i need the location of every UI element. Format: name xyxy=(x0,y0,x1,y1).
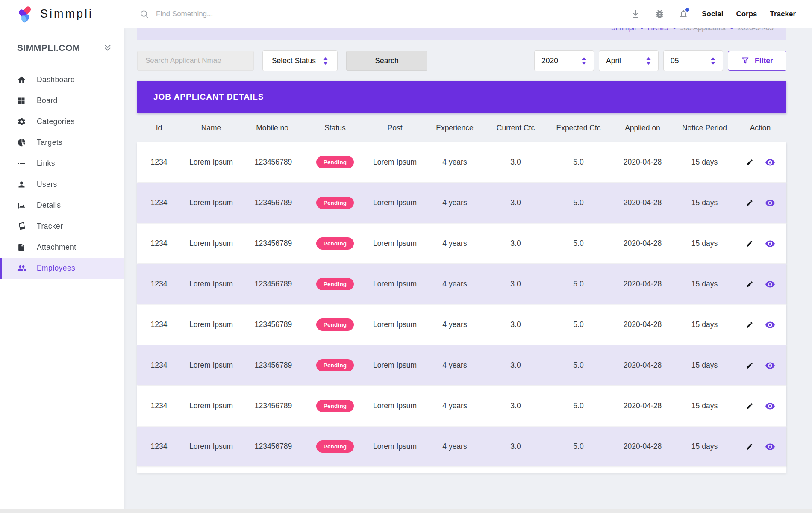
table-body: 1234 Lorem Ipsum 123456789 Pending Lorem… xyxy=(137,142,786,473)
collapse-double-chevron-icon[interactable] xyxy=(103,43,112,53)
status-badge: Pending xyxy=(316,359,354,371)
user-icon xyxy=(17,180,26,189)
pencil-icon xyxy=(746,321,753,329)
cell-current-ctc: 3.0 xyxy=(485,158,547,167)
cell-experience: 4 years xyxy=(425,198,485,207)
cell-id: 1234 xyxy=(137,320,181,329)
cell-mobile: 123456789 xyxy=(241,320,305,329)
year-select[interactable]: 2020 xyxy=(534,50,594,71)
cell-current-ctc: 3.0 xyxy=(485,320,547,329)
nav-link-social[interactable]: Social xyxy=(702,10,723,18)
cell-status: Pending xyxy=(305,440,365,453)
bug-icon[interactable] xyxy=(654,9,665,20)
eye-icon xyxy=(765,279,775,289)
day-select[interactable]: 05 xyxy=(663,50,723,71)
cell-applied-on: 2020-04-28 xyxy=(610,401,675,410)
cell-notice-period: 15 days xyxy=(675,401,734,410)
column-header-mobile: Mobile no. xyxy=(241,124,305,133)
nav-link-tracker[interactable]: Tracker xyxy=(770,10,796,18)
edit-button[interactable] xyxy=(746,443,753,451)
simmpli-logo-icon xyxy=(18,6,33,23)
table-row[interactable]: 1234 Lorem Ipsum 123456789 Pending Lorem… xyxy=(137,427,786,466)
applicant-search-input[interactable] xyxy=(137,51,254,71)
cell-current-ctc: 3.0 xyxy=(485,361,547,370)
sidebar-item-categories[interactable]: Categories xyxy=(0,111,124,132)
sidebar-item-links[interactable]: Links xyxy=(0,153,124,174)
sidebar-item-label: Users xyxy=(37,180,57,189)
eye-icon xyxy=(765,239,775,249)
sidebar-item-attachment[interactable]: Attachment xyxy=(0,237,124,258)
download-icon[interactable] xyxy=(630,9,641,20)
table-title-banner: JOB APPLICANT DETAILS xyxy=(137,81,786,113)
view-button[interactable] xyxy=(765,157,775,168)
cell-experience: 4 years xyxy=(425,158,485,167)
view-button[interactable] xyxy=(765,401,775,411)
sidebar-item-tracker[interactable]: Tracker xyxy=(0,216,124,237)
cell-action xyxy=(734,401,786,412)
main-content: Simmpli - HRMS - Job Applicants - 2020-0… xyxy=(124,0,812,473)
sidebar-item-targets[interactable]: Targets xyxy=(0,132,124,153)
search-button[interactable]: Search xyxy=(346,51,427,71)
view-button[interactable] xyxy=(765,442,775,452)
global-search-input[interactable] xyxy=(156,10,353,18)
sidebar-menu: Dashboard Board Categories Targets Links xyxy=(0,69,124,279)
table-row[interactable]: 1234 Lorem Ipsum 123456789 Pending Lorem… xyxy=(137,142,786,182)
cell-action xyxy=(734,198,786,209)
edit-button[interactable] xyxy=(746,280,753,288)
sidebar-item-users[interactable]: Users xyxy=(0,174,124,195)
status-badge: Pending xyxy=(316,400,354,412)
cell-status: Pending xyxy=(305,318,365,331)
cell-id: 1234 xyxy=(137,280,181,289)
bottom-strip xyxy=(0,509,812,513)
cell-expected-ctc: 5.0 xyxy=(547,239,610,248)
cell-status: Pending xyxy=(305,359,365,371)
nav-link-corps[interactable]: Corps xyxy=(736,10,757,18)
cell-current-ctc: 3.0 xyxy=(485,280,547,289)
edit-button[interactable] xyxy=(746,159,753,166)
cell-current-ctc: 3.0 xyxy=(485,198,547,207)
cell-notice-period: 15 days xyxy=(675,158,734,167)
cell-applied-on: 2020-04-28 xyxy=(610,280,675,289)
cell-notice-period: 15 days xyxy=(675,361,734,370)
status-badge: Pending xyxy=(316,197,354,209)
sidebar-item-board[interactable]: Board xyxy=(0,90,124,111)
table-row[interactable]: 1234 Lorem Ipsum 123456789 Pending Lorem… xyxy=(137,224,786,263)
table-row[interactable]: 1234 Lorem Ipsum 123456789 Pending Lorem… xyxy=(137,386,786,426)
sort-arrows-icon xyxy=(581,57,587,65)
pie-chart-icon xyxy=(17,138,26,147)
app-logo[interactable]: Simmpli xyxy=(0,6,124,23)
notification-bell-icon[interactable] xyxy=(678,9,689,20)
filter-button[interactable]: Filter xyxy=(728,51,786,71)
sidebar-item-employees[interactable]: Employees xyxy=(0,258,124,279)
funnel-icon xyxy=(741,56,750,65)
sidebar-item-details[interactable]: Details xyxy=(0,195,124,216)
cell-expected-ctc: 5.0 xyxy=(547,158,610,167)
action-divider xyxy=(759,401,759,412)
cell-notice-period: 15 days xyxy=(675,239,734,248)
view-button[interactable] xyxy=(765,239,775,249)
view-button[interactable] xyxy=(765,360,775,371)
status-select[interactable]: Select Status xyxy=(262,50,338,71)
edit-button[interactable] xyxy=(746,199,753,207)
sort-arrows-icon xyxy=(710,57,716,65)
month-select[interactable]: April xyxy=(599,50,659,71)
cell-notice-period: 15 days xyxy=(675,320,734,329)
cell-post: Lorem Ipsum xyxy=(365,320,425,329)
cell-expected-ctc: 5.0 xyxy=(547,320,610,329)
edit-button[interactable] xyxy=(746,362,753,369)
table-row[interactable]: 1234 Lorem Ipsum 123456789 Pending Lorem… xyxy=(137,264,786,304)
sidebar-item-dashboard[interactable]: Dashboard xyxy=(0,69,124,90)
sidebar-item-label: Employees xyxy=(37,264,75,273)
table-row[interactable]: 1234 Lorem Ipsum 123456789 Pending Lorem… xyxy=(137,183,786,223)
view-button[interactable] xyxy=(765,198,775,208)
eye-icon xyxy=(765,320,775,330)
table-row[interactable]: 1234 Lorem Ipsum 123456789 Pending Lorem… xyxy=(137,345,786,385)
view-button[interactable] xyxy=(765,279,775,289)
table-row[interactable]: 1234 Lorem Ipsum 123456789 Pending Lorem… xyxy=(137,305,786,345)
edit-button[interactable] xyxy=(746,402,753,410)
cell-experience: 4 years xyxy=(425,361,485,370)
view-button[interactable] xyxy=(765,320,775,330)
cell-action xyxy=(734,319,786,330)
edit-button[interactable] xyxy=(746,321,753,329)
edit-button[interactable] xyxy=(746,240,753,248)
